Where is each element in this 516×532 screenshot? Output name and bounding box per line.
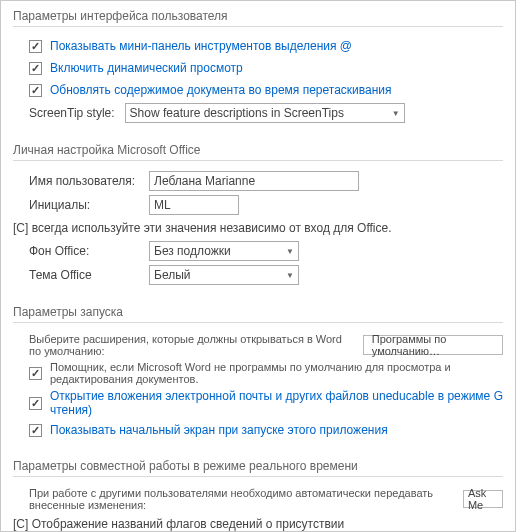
default-programs-label: Выберите расширения, которые должны откр… [29, 333, 357, 357]
share-changes-dropdown[interactable]: Ask Me [463, 490, 503, 508]
checkbox-label: Включить динамический просмотр [50, 61, 243, 75]
initials-label: Инициалы: [29, 198, 149, 212]
share-changes-label: При работе с другими пользователями необ… [29, 487, 459, 511]
checkbox-label: Открытие вложения электронной почты и др… [50, 389, 503, 417]
section-header-startup: Параметры запуска [1, 297, 515, 323]
section-title: Параметры интерфейса пользователя [13, 9, 234, 23]
username-label: Имя пользователя: [29, 174, 149, 188]
default-programs-button[interactable]: Программы по умолчанию… [363, 335, 503, 355]
button-label: Программы по умолчанию… [372, 333, 494, 357]
section-header-realtime: Параметры совместной работы в режиме реа… [1, 451, 515, 477]
checkbox-update-drag[interactable] [29, 84, 42, 97]
section-title: Личная настройка Microsoft Office [13, 143, 206, 157]
checkbox-label: Показывать мини-панель инструментов выде… [50, 39, 352, 53]
screentip-style-label: ScreenTip style: [29, 106, 115, 120]
checkbox-label: Показывать начальный экран при запуске э… [50, 423, 388, 437]
office-theme-label: Тема Office [29, 268, 149, 282]
section-title: Параметры запуска [13, 305, 129, 319]
initials-input[interactable] [149, 195, 239, 215]
dropdown-value: Белый [154, 268, 190, 282]
office-background-dropdown[interactable]: Без подложки ▼ [149, 241, 299, 261]
office-background-label: Фон Office: [29, 244, 149, 258]
always-use-values-text: [C] всегда используйте эти значения неза… [13, 221, 392, 235]
username-input[interactable] [149, 171, 359, 191]
options-panel: Параметры интерфейса пользователя Показы… [0, 0, 516, 532]
presence-flags-text: [C] Отображение названий флагов сведений… [13, 517, 344, 531]
checkbox-mini-toolbar[interactable] [29, 40, 42, 53]
dropdown-value: Show feature descriptions in ScreenTips [130, 106, 344, 120]
dropdown-value: Ask Me [468, 487, 498, 511]
screentip-style-dropdown[interactable]: Show feature descriptions in ScreenTips … [125, 103, 405, 123]
checkbox-open-attachments[interactable] [29, 397, 42, 410]
chevron-down-icon: ▼ [392, 109, 400, 118]
checkbox-tell-me-default[interactable] [29, 367, 42, 380]
checkbox-label: Помощник, если Microsoft Word не програм… [50, 361, 503, 385]
checkbox-start-screen[interactable] [29, 424, 42, 437]
section-header-ui-options: Параметры интерфейса пользователя [1, 1, 515, 27]
chevron-down-icon: ▼ [286, 247, 294, 256]
checkbox-label: Обновлять содержимое документа во время … [50, 83, 392, 97]
chevron-down-icon: ▼ [286, 271, 294, 280]
dropdown-value: Без подложки [154, 244, 231, 258]
section-header-personalize: Личная настройка Microsoft Office [1, 135, 515, 161]
checkbox-live-preview[interactable] [29, 62, 42, 75]
section-title: Параметры совместной работы в режиме реа… [13, 459, 364, 473]
office-theme-dropdown[interactable]: Белый ▼ [149, 265, 299, 285]
